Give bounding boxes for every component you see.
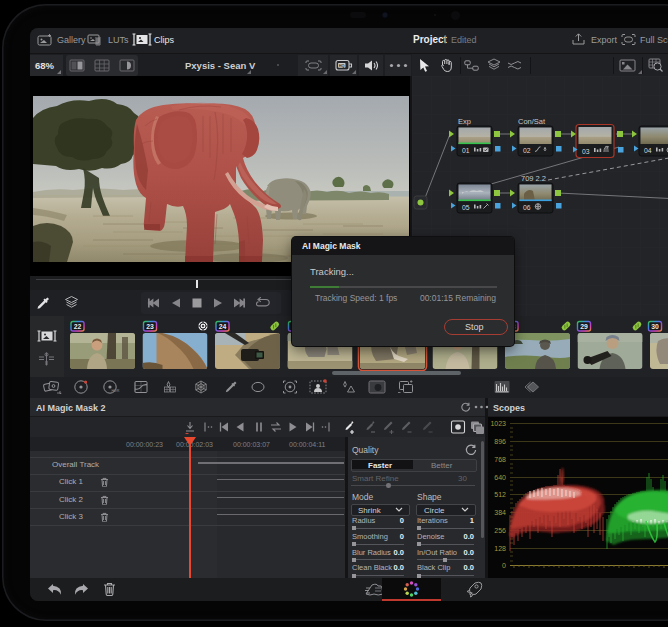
svg-text:0: 0 xyxy=(502,562,506,569)
svg-text:768: 768 xyxy=(494,456,506,463)
svg-text:896: 896 xyxy=(494,438,506,445)
svg-text:24: 24 xyxy=(219,323,227,330)
svg-text:22: 22 xyxy=(74,323,82,330)
svg-text:29: 29 xyxy=(580,323,588,330)
svg-text:Con/Sat: Con/Sat xyxy=(518,117,546,126)
svg-text:Exp: Exp xyxy=(458,117,471,126)
svg-text:03: 03 xyxy=(582,148,590,155)
svg-text:02: 02 xyxy=(523,147,531,154)
svg-text:256: 256 xyxy=(494,527,506,534)
svg-text:01: 01 xyxy=(462,147,470,154)
svg-text:512: 512 xyxy=(494,491,506,498)
svg-text:384: 384 xyxy=(494,509,506,516)
svg-text:06: 06 xyxy=(523,204,531,211)
svg-text:05: 05 xyxy=(462,204,470,211)
svg-text:640: 640 xyxy=(494,474,506,481)
svg-text:1023: 1023 xyxy=(490,420,506,427)
svg-text:HQ: HQ xyxy=(339,64,345,68)
svg-text:709 2.2: 709 2.2 xyxy=(521,174,546,183)
svg-text:04: 04 xyxy=(644,147,652,154)
svg-text:30: 30 xyxy=(651,323,659,330)
svg-text:23: 23 xyxy=(146,323,154,330)
svg-text:128: 128 xyxy=(494,545,506,552)
svg-text:HDR: HDR xyxy=(112,389,120,393)
